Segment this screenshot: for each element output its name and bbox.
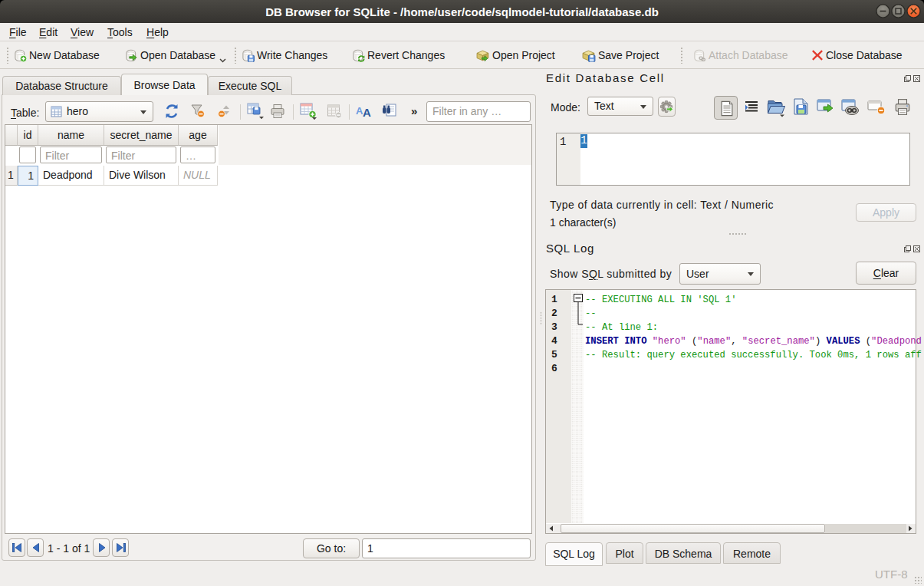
svg-text:A: A [363,106,371,118]
